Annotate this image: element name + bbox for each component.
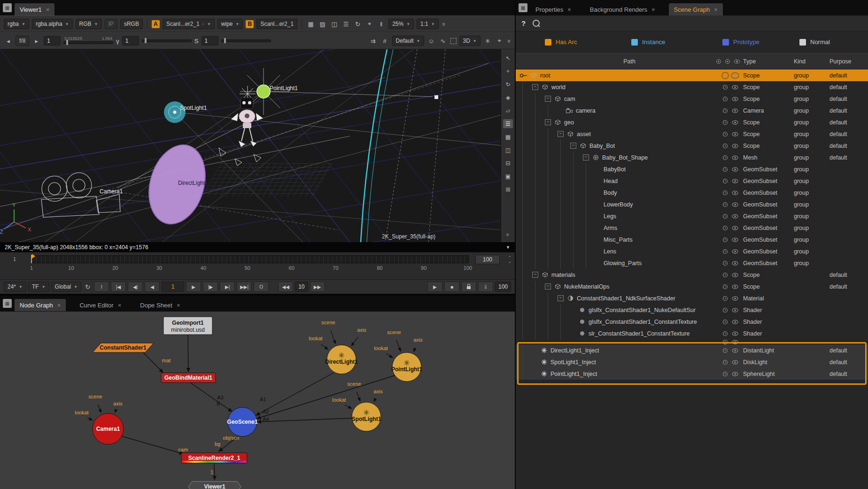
render-settings-icon[interactable]: ✳ — [483, 38, 492, 45]
port-pipe[interactable] — [374, 399, 375, 402]
port-pipe[interactable] — [98, 405, 101, 413]
stripes-icon[interactable]: ▨ — [318, 21, 327, 28]
deactivate-icon[interactable] — [722, 359, 728, 365]
timeline-mode-dropdown[interactable]: TF▼ — [28, 282, 49, 292]
close-icon[interactable]: × — [714, 6, 718, 13]
visibility-icon[interactable] — [732, 214, 738, 219]
scene-row-Body[interactable]: BodyGeomSubsetgroup — [516, 187, 868, 199]
fstop-button[interactable]: f/8 — [16, 36, 29, 46]
next-fstop-icon[interactable]: ▸ — [32, 38, 41, 45]
range-end-field2[interactable]: 100 — [495, 282, 511, 292]
menu-icon[interactable]: ☰ — [341, 21, 350, 28]
kind-column-header[interactable]: Kind — [794, 58, 829, 65]
scene-row-SpotLight1_Inject[interactable]: SpotLight1_InjectDiskLightdefault — [516, 356, 868, 368]
checkerboard-icon[interactable]: ▦ — [306, 21, 315, 28]
node-graph-canvas[interactable]: sceneaxislookatsceneaxislookatsceneaxisl… — [0, 312, 515, 489]
gamma-input[interactable]: 1 — [122, 36, 139, 46]
translate-tool-icon[interactable]: + — [503, 67, 513, 76]
scene-row-Misc_Parts[interactable]: Misc_PartsGeomSubsetgroup — [516, 234, 868, 245]
zoom-dropdown[interactable]: 25%▼ — [388, 19, 414, 29]
root-handle-icon[interactable] — [519, 73, 528, 78]
input-a-selector[interactable]: Scanl...er2_1◦▼ — [163, 19, 215, 29]
input-b-badge[interactable]: B — [246, 20, 254, 28]
lock-view-icon[interactable]: ⌖ — [495, 37, 504, 45]
pause-icon[interactable]: ‖ — [377, 21, 386, 28]
monitor-output-icon[interactable]: ◫ — [330, 21, 339, 28]
deactivate-icon[interactable] — [722, 272, 728, 278]
visibility-icon[interactable] — [732, 144, 738, 148]
deactivate-icon[interactable] — [722, 260, 728, 266]
visibility-icon[interactable] — [732, 108, 738, 113]
scene-row-materials[interactable]: −materialsScopedefault — [516, 269, 868, 281]
visibility-icon[interactable] — [732, 202, 738, 207]
close-icon[interactable]: × — [651, 6, 655, 13]
deactivate-icon[interactable] — [722, 96, 728, 102]
scene-row-geo[interactable]: −geoScopegroupdefault — [516, 116, 868, 128]
input-b-selector[interactable]: Scanl...er2_1 — [256, 19, 297, 29]
deactivate-icon[interactable] — [722, 84, 728, 90]
scene-row-PointLight1_Inject[interactable]: PointLight1_InjectSphereLightdefault — [516, 368, 868, 380]
prev-keyframe-button[interactable]: ◀| — [128, 282, 143, 292]
scene-row-Head[interactable]: HeadGeomSubsetgroup — [516, 175, 868, 187]
flipbook-icon[interactable]: ▶ — [427, 282, 442, 292]
deactivate-icon[interactable] — [722, 249, 728, 254]
split-vertical-icon[interactable]: ⊟ — [503, 159, 513, 168]
scene-row-ConstantShader1_NdkSurfaceShader[interactable]: −ConstantShader1_NdkSurfaceShaderMateria… — [516, 292, 868, 304]
gain-slider[interactable] — [63, 41, 113, 44]
scene-row-Legs[interactable]: LegsGeomSubsetgroup — [516, 210, 868, 222]
layer-dropdown[interactable]: rgba.alpha▼ — [32, 19, 73, 29]
in-point-button[interactable]: I — [94, 282, 109, 292]
scene-row-glslfx_ConstantShader1_ConstantTexture[interactable]: glslfx_ConstantShader1_ConstantTextureSh… — [516, 316, 868, 328]
scene-row-DirectLight1_Inject[interactable]: DirectLight1_InjectDistantLightdefault — [516, 344, 868, 356]
visibility-icon[interactable] — [732, 155, 738, 160]
visibility-icon[interactable] — [732, 120, 738, 125]
path-column-header[interactable]: Path — [516, 53, 743, 69]
close-icon[interactable]: × — [57, 302, 61, 309]
prev-fstop-icon[interactable]: ◂ — [4, 38, 13, 45]
tab-scene-graph[interactable]: Scene Graph × — [669, 3, 723, 15]
collapse-icon[interactable]: − — [558, 295, 564, 301]
deactivate-icon[interactable] — [722, 348, 728, 353]
visibility-icon[interactable] — [732, 226, 738, 230]
next-keyframe-button[interactable]: ▶| — [220, 282, 235, 292]
deactivate-icon[interactable] — [722, 307, 728, 313]
tab-curve-editor[interactable]: Curve Editor × — [74, 299, 126, 311]
scene-row-Baby_Bot_Shape[interactable]: −Baby_Bot_ShapeMeshgroupdefault — [516, 152, 868, 163]
frame-increment-field[interactable]: 10 — [295, 282, 308, 292]
visibility-icon[interactable] — [732, 320, 738, 324]
visibility-icon[interactable] — [732, 132, 738, 137]
channels-dropdown[interactable]: rgba▼ — [4, 19, 29, 29]
frame-range-dropdown[interactable]: Global▼ — [51, 282, 82, 292]
scale-tool-icon[interactable]: ◈ — [503, 93, 513, 102]
port-pipe[interactable] — [351, 337, 358, 346]
visibility-icon[interactable] — [732, 191, 738, 195]
scene-row-hidden[interactable] — [516, 339, 868, 344]
scene-row-Arms[interactable]: ArmsGeomSubsetgroup — [516, 222, 868, 234]
visibility-icon[interactable] — [732, 273, 738, 277]
deactivate-column-icon[interactable] — [716, 59, 721, 64]
skew-tool-icon[interactable]: ▱ — [503, 106, 513, 115]
solo-column-icon[interactable] — [725, 59, 730, 64]
port-pipe[interactable] — [331, 330, 336, 344]
scene-row-NukeMaterialOps[interactable]: −NukeMaterialOpsScopedefault — [516, 281, 868, 292]
visibility-icon[interactable] — [732, 308, 738, 313]
play-forward-button[interactable]: ▶ — [186, 282, 201, 292]
panel-menu-icon[interactable]: ▦ — [3, 299, 12, 308]
purpose-column-header[interactable]: Purpose — [829, 58, 868, 65]
collapse-icon[interactable]: − — [558, 131, 564, 137]
visibility-icon[interactable] — [732, 97, 738, 101]
split-horizontal-icon[interactable]: ◫ — [503, 145, 513, 154]
deactivate-icon[interactable] — [722, 296, 728, 301]
input-a-badge[interactable]: A — [152, 20, 160, 28]
port-pipe[interactable] — [356, 392, 360, 401]
selection-mode-icon[interactable] — [450, 38, 457, 44]
tab-viewer1[interactable]: Viewer1 × — [15, 3, 54, 15]
layout-rows-icon[interactable]: ☰ — [503, 119, 513, 128]
frame-all-icon[interactable]: ⊞ — [503, 185, 513, 194]
collapse-icon[interactable]: − — [545, 119, 551, 125]
deactivate-icon[interactable] — [722, 371, 728, 377]
port-pipe[interactable] — [396, 340, 401, 351]
visibility-icon[interactable] — [732, 73, 738, 78]
goto-end-button[interactable]: ▶▶| — [237, 282, 252, 292]
visibility-icon[interactable] — [732, 284, 738, 289]
